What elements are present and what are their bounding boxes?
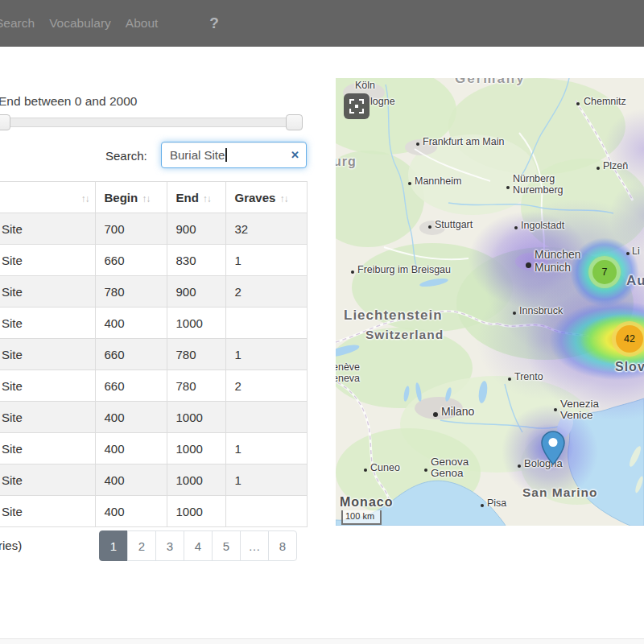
map-scale-bar: 100 km — [341, 510, 382, 525]
map-label-switzerland: Switzerland — [365, 329, 444, 341]
map-label-frankfurt: Frankfurt am Main — [423, 136, 504, 147]
nav-item-about[interactable]: About — [125, 13, 159, 34]
sort-icon: ↑↓ — [142, 193, 150, 204]
map-label-chemnitz: Chemnitz — [584, 96, 626, 107]
map-label-ingolstadt: Ingolstadt — [521, 220, 564, 231]
sort-icon: ↑↓ — [81, 193, 89, 204]
sort-icon: ↑↓ — [279, 193, 287, 204]
map-label-pisa: Pisa — [487, 497, 506, 509]
city-dot — [513, 312, 516, 315]
column-header-name[interactable]: ↑↓ — [0, 182, 95, 213]
city-dot — [481, 504, 484, 507]
map-label-liechtenstein: Liechtenstein — [344, 310, 443, 321]
help-icon[interactable]: ? — [209, 14, 219, 32]
table-row[interactable]: Site70090032 — [0, 213, 307, 245]
map-canvas[interactable]: Köln logne Germany Chemnitz Frankfurt am… — [336, 78, 644, 526]
table-row[interactable]: Site4001000 — [0, 496, 307, 527]
nav-item-vocabulary[interactable]: Vocabulary — [48, 13, 112, 34]
search-input-value: Burial Site — [170, 148, 225, 162]
map-label-genova: GenovaGenoa — [431, 456, 469, 479]
map-label-austria: Au — [626, 275, 644, 287]
table-row[interactable]: Site40010001 — [0, 433, 307, 464]
map-label-cologne: logne — [370, 96, 395, 107]
map-label-monaco: Monaco — [340, 497, 393, 508]
page-button-5[interactable]: 5 — [212, 530, 241, 561]
page-button-3[interactable]: 3 — [155, 530, 184, 561]
map-pin-bologna[interactable] — [541, 431, 565, 469]
map-label-nuernberg: NürnbergNuremberg — [513, 173, 564, 196]
cluster-marker-42[interactable]: 42 — [612, 321, 644, 357]
map-label-mannheim: Mannheim — [415, 175, 461, 187]
pagination: 1 2 3 4 5 … 8 — [99, 530, 297, 561]
map-label-munich: MünchenMunich — [535, 248, 581, 274]
page-ellipsis: … — [240, 530, 269, 561]
search-input[interactable]: Burial Site ✕ — [161, 142, 307, 168]
table-header-row: ↑↓ Begin↑↓ End↑↓ Graves↑↓ — [0, 182, 307, 213]
column-header-end[interactable]: End↑↓ — [167, 182, 225, 213]
fullscreen-button[interactable] — [344, 93, 369, 119]
cluster-marker-7[interactable]: 7 — [588, 256, 621, 288]
map-label-koeln: Köln — [355, 80, 375, 91]
nav-item-search[interactable]: Search — [0, 13, 35, 34]
sort-icon: ↑↓ — [203, 193, 211, 204]
city-dot — [597, 167, 600, 170]
column-header-begin[interactable]: Begin↑↓ — [95, 182, 167, 213]
map-label-linz: Li — [632, 246, 640, 257]
table-row[interactable]: Site4001000 — [0, 308, 307, 339]
sites-table: ↑↓ Begin↑↓ End↑↓ Graves↑↓ Site70090032 S… — [0, 181, 308, 527]
clear-search-icon[interactable]: ✕ — [291, 149, 299, 161]
range-slider[interactable] — [0, 118, 303, 127]
table-row[interactable]: Site4001000 — [0, 402, 307, 433]
city-dot — [514, 226, 518, 229]
city-dot — [364, 469, 367, 472]
table-row[interactable]: Site6607802 — [0, 370, 307, 402]
map-label-luxembourg: urg — [336, 156, 357, 167]
map-label-milano: Milano — [441, 405, 474, 418]
entries-info: ries) — [0, 539, 22, 552]
city-dot — [351, 270, 354, 274]
map-label-geneve: enève — [336, 361, 360, 373]
city-dot — [508, 378, 511, 381]
table-row[interactable]: Site40010001 — [0, 464, 307, 496]
city-dot — [428, 225, 431, 229]
map-label-freiburg: Freiburg im Breisgau — [357, 264, 451, 275]
map-label-innsbruck: Innsbruck — [519, 305, 563, 316]
map-label-slovenia: Slov — [615, 361, 644, 373]
city-dot — [554, 408, 557, 411]
table-row[interactable]: Site6608301 — [0, 245, 307, 276]
map-label-plzen: Plzeň — [603, 160, 628, 171]
search-label: Search: — [105, 149, 147, 163]
map-label-venezia: VeneziaVenice — [560, 398, 599, 421]
table-row[interactable]: Site7809002 — [0, 276, 307, 308]
map-label-cuneo: Cuneo — [370, 462, 400, 473]
city-dot — [424, 469, 427, 472]
city-dot — [576, 102, 580, 105]
slider-handle-min[interactable] — [0, 114, 10, 130]
top-navbar: Search Vocabulary About ? — [0, 0, 644, 47]
city-dot — [433, 412, 438, 417]
city-dot — [526, 262, 531, 268]
nav-menu: Search Vocabulary About ? — [0, 0, 219, 47]
city-dot — [416, 142, 419, 146]
page-button-4[interactable]: 4 — [184, 530, 213, 561]
page-footer — [0, 638, 644, 644]
map-label-geneva: eneva — [336, 373, 360, 384]
column-header-graves[interactable]: Graves↑↓ — [225, 182, 307, 213]
map-label-stuttgart: Stuttgart — [435, 219, 473, 230]
page-button-8[interactable]: 8 — [268, 530, 297, 561]
slider-handle-max[interactable] — [286, 114, 303, 130]
map-label-san-marino: San Marino — [522, 487, 598, 498]
city-dot — [408, 182, 411, 185]
text-caret — [225, 148, 227, 162]
page-button-1[interactable]: 1 — [99, 530, 128, 561]
city-dot — [626, 252, 630, 255]
city-dot — [518, 464, 521, 468]
expand-icon — [349, 99, 364, 114]
map-label-germany: Germany — [455, 78, 526, 85]
range-filter-label: End between 0 and 2000 — [0, 94, 137, 109]
map-label-trento: Trento — [514, 371, 543, 382]
table-row[interactable]: Site6607801 — [0, 339, 307, 370]
page-button-2[interactable]: 2 — [127, 530, 156, 561]
city-dot — [506, 186, 510, 189]
